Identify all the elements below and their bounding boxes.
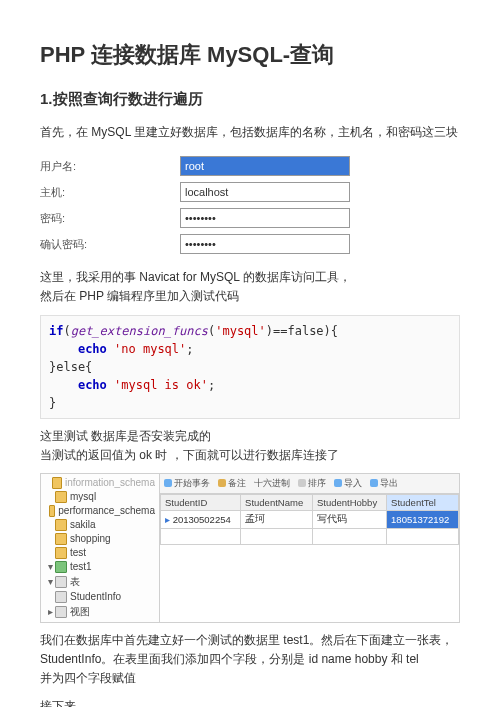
host-field[interactable]: localhost — [180, 182, 350, 202]
tree-item[interactable]: sakila — [70, 519, 96, 530]
memo-icon — [218, 479, 226, 487]
confirm-label: 确认密码: — [40, 237, 100, 252]
export-icon — [370, 479, 378, 487]
tree-item[interactable]: performance_schema — [58, 505, 155, 516]
tree-item[interactable]: StudentInfo — [70, 591, 121, 602]
kw-echo-2: echo — [78, 378, 107, 392]
para-5: 接下来 — [40, 697, 460, 708]
col-header[interactable]: StudentID — [161, 494, 241, 510]
para-4b: StudentInfo。在表里面我们添加四个字段，分别是 id name hob… — [40, 650, 460, 669]
para-2a: 这里，我采用的事 Navicat for MySQL 的数据库访问工具， — [40, 268, 460, 287]
intro-text: 首先，在 MySQL 里建立好数据库，包括数据库的名称，主机名，和密码这三块 — [40, 123, 460, 142]
str-3: 'mysql is ok' — [114, 378, 208, 392]
import-button[interactable]: 导入 — [334, 477, 362, 490]
collapse-icon[interactable]: ▾ — [45, 561, 55, 572]
col-header[interactable]: StudentTel — [387, 494, 459, 510]
section-heading-1: 1.按照查询行数进行遍历 — [40, 90, 460, 109]
expand-icon[interactable]: ▸ — [45, 606, 55, 617]
tree-item[interactable]: information_schema — [65, 477, 155, 488]
table-icon — [55, 576, 67, 588]
sort-button[interactable]: 排序 — [298, 477, 326, 490]
confirm-field[interactable]: •••••••• — [180, 234, 350, 254]
str-2: 'no mysql' — [114, 342, 186, 356]
tree-item[interactable]: mysql — [70, 491, 96, 502]
table-icon — [55, 591, 67, 603]
col-header[interactable]: StudentHobby — [312, 494, 386, 510]
code-block: if(get_extension_funcs('mysql')==false){… — [40, 315, 460, 419]
kw-if: if — [49, 324, 63, 338]
tree-item[interactable]: 表 — [70, 575, 80, 589]
password-label: 密码: — [40, 211, 100, 226]
tree-item[interactable]: test1 — [70, 561, 92, 572]
username-field[interactable]: root — [180, 156, 350, 176]
tree-item[interactable]: test — [70, 547, 86, 558]
toolbar: 开始事务 备注 十六进制 排序 导入 导出 — [160, 474, 459, 494]
row-marker-icon: ▸ — [165, 514, 170, 525]
memo-button[interactable]: 备注 — [218, 477, 246, 490]
db-form: 用户名: root 主机: localhost 密码: •••••••• 确认密… — [40, 156, 460, 254]
db-tree: information_schema mysql performance_sch… — [41, 474, 160, 622]
para-4a: 我们在数据库中首先建立好一个测试的数据里 test1。然后在下面建立一张表， — [40, 631, 460, 650]
str-1: 'mysql' — [215, 324, 266, 338]
hex-button[interactable]: 十六进制 — [254, 477, 290, 490]
collapse-icon[interactable]: ▾ — [45, 576, 55, 587]
sort-icon — [298, 479, 306, 487]
username-label: 用户名: — [40, 159, 100, 174]
col-header[interactable]: StudentName — [241, 494, 313, 510]
para-3a: 这里测试 数据库是否安装完成的 — [40, 427, 460, 446]
import-icon — [334, 479, 342, 487]
view-icon — [55, 606, 67, 618]
fn-name: get_extension_funcs — [71, 324, 208, 338]
para-3b: 当测试的返回值为 ok 时 ，下面就可以进行数据库连接了 — [40, 446, 460, 465]
para-4c: 并为四个字段赋值 — [40, 669, 460, 688]
password-field[interactable]: •••••••• — [180, 208, 350, 228]
tree-item[interactable]: shopping — [70, 533, 111, 544]
navicat-screenshot: information_schema mysql performance_sch… — [40, 473, 460, 623]
start-tx-button[interactable]: 开始事务 — [164, 477, 210, 490]
kw-echo-1: echo — [78, 342, 107, 356]
tree-item[interactable]: 视图 — [70, 605, 90, 619]
host-label: 主机: — [40, 185, 100, 200]
page-title: PHP 连接数据库 MySQL-查询 — [40, 40, 460, 70]
para-2b: 然后在 PHP 编辑程序里加入测试代码 — [40, 287, 460, 306]
data-table: StudentID StudentName StudentHobby Stude… — [160, 494, 459, 545]
play-icon — [164, 479, 172, 487]
table-row[interactable]: ▸ 20130502254 孟珂 写代码 18051372192 — [161, 510, 459, 528]
export-button[interactable]: 导出 — [370, 477, 398, 490]
